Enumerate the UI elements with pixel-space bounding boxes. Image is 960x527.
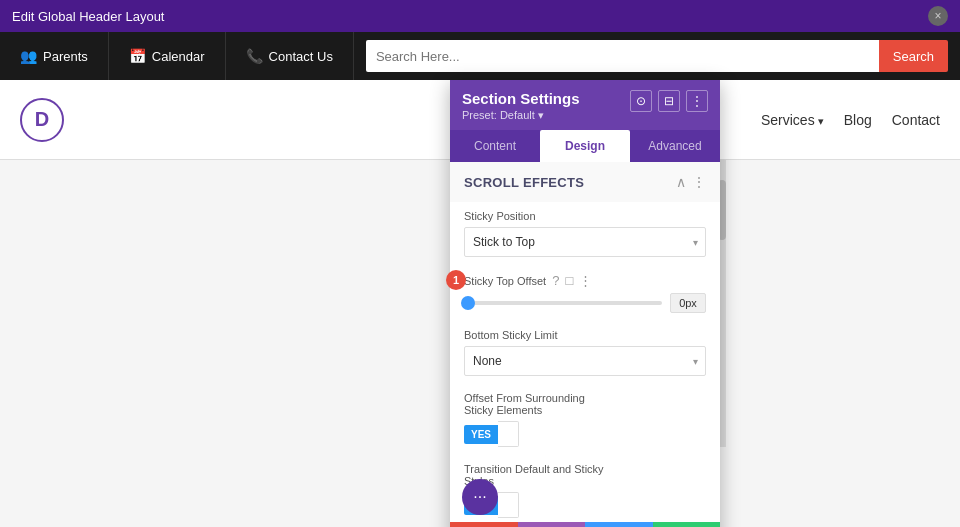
collapse-icon[interactable]: ∧: [676, 174, 686, 190]
sticky-top-offset-label: Sticky Top Offset: [464, 275, 546, 287]
panel-header-icons: ⊙ ⊟ ⋮: [630, 90, 708, 112]
tab-design[interactable]: Design: [540, 130, 630, 162]
panel-more-icon[interactable]: ⋮: [686, 90, 708, 112]
transition-default-toggle: YES: [464, 492, 706, 518]
offset-more-icon[interactable]: ⋮: [579, 273, 592, 288]
slider-thumb[interactable]: [461, 296, 475, 310]
undo-button[interactable]: ↺: [518, 522, 586, 527]
slider-track[interactable]: [464, 301, 662, 305]
bottom-sticky-limit-select-wrapper: None Section Row ▾: [464, 346, 706, 376]
transition-default-label: Transition Default and StickyStyles: [464, 463, 706, 487]
nav-bar: 👥 Parents 📅 Calendar 📞 Contact Us Search: [0, 32, 960, 80]
sticky-position-label: Sticky Position: [464, 210, 706, 222]
search-button[interactable]: Search: [879, 40, 948, 72]
tab-content[interactable]: Content: [450, 130, 540, 162]
panel-preset[interactable]: Preset: Default ▾: [462, 109, 580, 122]
panel-tabs: Content Design Advanced: [450, 130, 720, 162]
offset-surrounding-no[interactable]: [498, 421, 519, 447]
scroll-effects-icons: ∧ ⋮: [676, 174, 706, 190]
bottom-sticky-limit-field: Bottom Sticky Limit None Section Row ▾: [450, 321, 720, 384]
parents-icon: 👥: [20, 48, 37, 64]
calendar-icon: 📅: [129, 48, 146, 64]
search-area: Search: [354, 32, 960, 80]
panel-columns-icon[interactable]: ⊟: [658, 90, 680, 112]
offset-surrounding-yes[interactable]: YES: [464, 425, 498, 444]
search-input[interactable]: [366, 40, 879, 72]
panel-target-icon[interactable]: ⊙: [630, 90, 652, 112]
device-icon[interactable]: □: [565, 273, 573, 288]
floating-more-icon: ···: [473, 488, 486, 506]
nav-label-contact: Contact Us: [269, 49, 333, 64]
nav-label-calendar: Calendar: [152, 49, 205, 64]
panel-title: Section Settings: [462, 90, 580, 107]
panel-actions: ✕ ↺ ↻ ✓: [450, 522, 720, 527]
offset-surrounding-field: Offset From SurroundingSticky Elements Y…: [450, 384, 720, 455]
phone-icon: 📞: [246, 48, 263, 64]
sticky-top-offset-field: Sticky Top Offset ? □ ⋮ 0px: [450, 265, 720, 321]
sticky-position-select-wrapper: Stick to Top Stick to Bottom None ▾: [464, 227, 706, 257]
panel-body: Scroll Effects ∧ ⋮ Sticky Position Stick…: [450, 162, 720, 522]
title-bar-text: Edit Global Header Layout: [12, 9, 164, 24]
transition-default-no[interactable]: [498, 492, 519, 518]
close-button[interactable]: ×: [928, 6, 948, 26]
sticky-top-offset-label-row: Sticky Top Offset ? □ ⋮: [464, 273, 706, 288]
logo-letter: D: [35, 108, 49, 131]
nav-link-contact[interactable]: Contact: [892, 112, 940, 128]
nav-link-blog[interactable]: Blog: [844, 112, 872, 128]
save-button[interactable]: ✓: [653, 522, 721, 527]
tab-advanced[interactable]: Advanced: [630, 130, 720, 162]
nav-item-calendar[interactable]: 📅 Calendar: [109, 32, 226, 80]
offset-surrounding-label: Offset From SurroundingSticky Elements: [464, 392, 706, 416]
section-settings-panel: Section Settings Preset: Default ▾ ⊙ ⊟ ⋮…: [450, 80, 720, 527]
sticky-position-select[interactable]: Stick to Top Stick to Bottom None: [464, 227, 706, 257]
panel-header: Section Settings Preset: Default ▾ ⊙ ⊟ ⋮: [450, 80, 720, 130]
nav-item-parents[interactable]: 👥 Parents: [0, 32, 109, 80]
nav-label-parents: Parents: [43, 49, 88, 64]
bottom-sticky-limit-select[interactable]: None Section Row: [464, 346, 706, 376]
title-bar: Edit Global Header Layout ×: [0, 0, 960, 32]
scroll-effects-section: Scroll Effects ∧ ⋮ Sticky Position Stick…: [450, 162, 720, 522]
step-badge: 1: [446, 270, 466, 290]
redo-button[interactable]: ↻: [585, 522, 653, 527]
help-icon[interactable]: ?: [552, 273, 559, 288]
sticky-position-field: Sticky Position Stick to Top Stick to Bo…: [450, 202, 720, 265]
slider-value: 0px: [670, 293, 706, 313]
main-area: D Services Blog Contact 1 Section Settin…: [0, 80, 960, 527]
slider-row: 0px: [464, 293, 706, 313]
nav-link-services[interactable]: Services: [761, 112, 824, 128]
offset-surrounding-toggle: YES: [464, 421, 706, 447]
cancel-button[interactable]: ✕: [450, 522, 518, 527]
header-nav-links: Services Blog Contact: [761, 112, 940, 128]
scroll-effects-header[interactable]: Scroll Effects ∧ ⋮: [450, 162, 720, 202]
scroll-effects-title: Scroll Effects: [464, 175, 584, 190]
more-options-icon[interactable]: ⋮: [692, 174, 706, 190]
logo-circle: D: [20, 98, 64, 142]
bottom-sticky-limit-label: Bottom Sticky Limit: [464, 329, 706, 341]
nav-item-contact[interactable]: 📞 Contact Us: [226, 32, 354, 80]
floating-more-button[interactable]: ···: [462, 479, 498, 515]
